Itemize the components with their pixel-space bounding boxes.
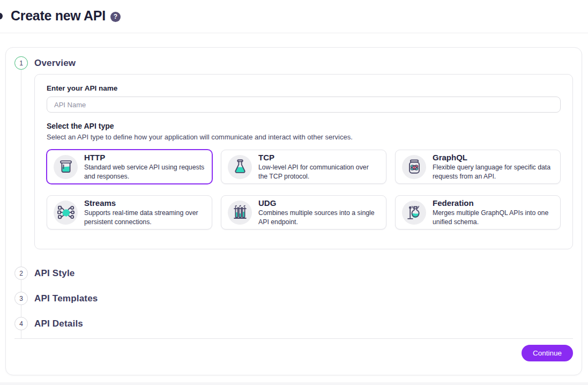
cropped-edge-artifact [0, 13, 3, 19]
help-icon[interactable]: ? [110, 12, 121, 22]
api-type-label: Select the API type [47, 122, 561, 130]
atom-jar-icon [402, 155, 426, 179]
stepper-connector [21, 330, 21, 338]
stepper-connector [21, 305, 21, 317]
step-4-circle: 4 [14, 317, 28, 330]
overview-panel: Enter your API name Select the API type … [34, 74, 573, 249]
api-type-card-streams[interactable]: Streams Supports real-time data streamin… [47, 195, 212, 229]
step-3-label: API Templates [34, 292, 573, 305]
continue-button[interactable]: Continue [522, 345, 573, 361]
step-2-circle: 2 [14, 266, 28, 280]
erlenmeyer-flask-icon [228, 155, 252, 179]
card-footer: Continue [14, 339, 573, 361]
api-type-name: HTTP [84, 153, 205, 162]
api-name-input[interactable] [47, 97, 561, 113]
step-api-details[interactable]: 4 API Details [14, 317, 573, 338]
step-overview: 1 Overview Enter your API name Select th… [14, 56, 573, 266]
api-name-label: Enter your API name [47, 84, 561, 92]
api-type-description: Select an API type to define how your ap… [47, 133, 561, 141]
page-header: Create new API ? [0, 0, 588, 33]
api-type-name: GraphQL [433, 153, 554, 162]
api-type-card-graphql[interactable]: GraphQL Flexible query language for spec… [395, 150, 561, 184]
api-type-desc: Merges multiple GraphQL APIs into one un… [433, 209, 554, 226]
api-type-desc: Low-level API for communication over the… [258, 163, 379, 181]
api-type-name: Federation [433, 198, 554, 208]
api-type-card-tcp[interactable]: TCP Low-level API for communication over… [221, 150, 386, 184]
create-api-card: 1 Overview Enter your API name Select th… [5, 47, 582, 375]
step-4-label: API Details [34, 317, 573, 330]
page-title: Create new API [11, 8, 106, 24]
stepper-connector [21, 280, 21, 292]
api-type-name: TCP [258, 153, 379, 162]
api-type-desc: Flexible query language for specific dat… [433, 163, 554, 181]
api-type-desc: Supports real-time data streaming over p… [84, 209, 205, 226]
step-api-style[interactable]: 2 API Style [14, 266, 573, 292]
api-type-name: UDG [258, 198, 379, 208]
step-3-circle: 3 [14, 292, 28, 305]
step-2-label: API Style [34, 266, 573, 280]
stepper-connector [21, 70, 21, 266]
api-type-card-udg[interactable]: UDG Combines multiple sources into a sin… [221, 195, 386, 229]
api-type-card-http[interactable]: HTTP Standard web service API using requ… [47, 150, 212, 184]
network-nodes-icon [54, 201, 78, 225]
round-flask-icon [402, 201, 426, 225]
api-type-card-federation[interactable]: Federation Merges multiple GraphQL APIs … [395, 195, 561, 229]
api-type-desc: Standard web service API using requests … [84, 163, 205, 181]
api-type-grid: HTTP Standard web service API using requ… [47, 150, 561, 229]
api-type-name: Streams [84, 198, 205, 208]
page-background-strip [0, 382, 588, 385]
step-1-label: Overview [34, 56, 573, 70]
step-1-circle: 1 [14, 56, 28, 70]
beaker-icon [54, 155, 78, 179]
stepper-rail: 1 [14, 56, 28, 266]
api-type-desc: Combines multiple sources into a single … [258, 209, 379, 226]
test-tubes-icon [228, 201, 252, 225]
step-api-templates[interactable]: 3 API Templates [14, 292, 573, 317]
